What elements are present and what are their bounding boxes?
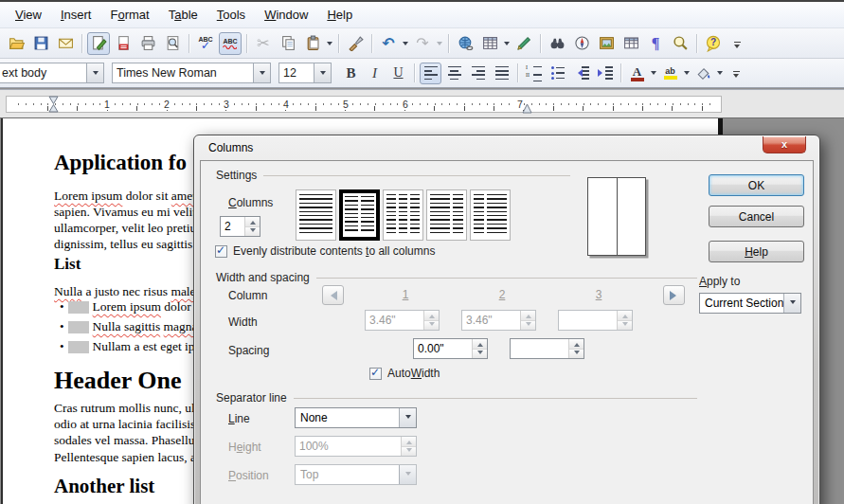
- menu-table[interactable]: Table: [159, 4, 207, 26]
- menu-help[interactable]: Help: [317, 4, 362, 26]
- menu-insert[interactable]: Insert: [51, 4, 101, 26]
- auto-spellcheck-icon[interactable]: ABC: [219, 32, 242, 55]
- show-draw-functions-icon[interactable]: [512, 32, 535, 55]
- ruler-bar: 1234567: [0, 89, 844, 117]
- italic-button[interactable]: I: [364, 63, 386, 84]
- column-preset-two-columns[interactable]: [339, 189, 380, 241]
- apply-to-dropdown-arrow[interactable]: [783, 294, 800, 313]
- justify-button[interactable]: [491, 63, 512, 84]
- undo-icon[interactable]: ↶: [377, 32, 400, 55]
- align-center-button[interactable]: [443, 63, 465, 84]
- indent-marker-left[interactable]: [48, 96, 59, 116]
- export-pdf-icon[interactable]: [112, 32, 135, 55]
- doc-bullet-item: •Lorem ipsum dolor sit a: [60, 299, 215, 315]
- underline-button[interactable]: U: [387, 63, 409, 84]
- font-color-dropdown-arrow[interactable]: [649, 62, 658, 84]
- spacing-spin-up[interactable]: [473, 339, 487, 349]
- menu-window[interactable]: Window: [255, 4, 317, 26]
- spacing-spinner-2[interactable]: [510, 338, 584, 359]
- cancel-button[interactable]: Cancel: [709, 206, 804, 227]
- help-icon[interactable]: ?: [702, 32, 725, 55]
- insert-table-dropdown-arrow[interactable]: [502, 32, 512, 55]
- bullet-glyph: •: [60, 339, 64, 354]
- apply-to-dropdown[interactable]: Current Section: [699, 293, 801, 314]
- column-preset-one-column[interactable]: [296, 189, 336, 241]
- gallery-icon[interactable]: [595, 32, 618, 55]
- menu-tools[interactable]: Tools: [207, 4, 255, 26]
- toolbar-separator: [246, 34, 247, 53]
- edit-file-icon[interactable]: [87, 32, 110, 55]
- font-color-button[interactable]: A: [626, 63, 648, 84]
- print-icon[interactable]: [136, 32, 159, 55]
- bullet-list-button[interactable]: [547, 63, 568, 84]
- columns-label: Columns: [228, 196, 273, 209]
- size-combo-arrow[interactable]: [314, 63, 331, 82]
- menu-bar: View Insert Format Table Tools Window He…: [0, 2, 844, 28]
- hyperlink-icon[interactable]: [454, 32, 476, 55]
- autowidth-checkbox-row[interactable]: ✓ AutoWidth: [369, 367, 440, 380]
- column-next-button[interactable]: [663, 285, 685, 305]
- insert-table-icon[interactable]: [478, 32, 501, 55]
- zoom-icon[interactable]: [669, 32, 691, 55]
- navigator-icon[interactable]: [570, 32, 593, 55]
- increase-indent-button[interactable]: [594, 63, 616, 84]
- numbered-list-button[interactable]: III: [523, 63, 545, 84]
- toolbar-overflow-button[interactable]: [730, 62, 742, 84]
- formatting-toolbar: ext body Times New Roman 12 B I U III A …: [0, 59, 844, 88]
- columns-spinner[interactable]: 2: [220, 216, 260, 237]
- column-preset-two-columns-right-wide[interactable]: [470, 189, 511, 241]
- distribute-checkbox[interactable]: ✓: [215, 245, 227, 258]
- background-color-button[interactable]: [692, 63, 714, 84]
- find-replace-icon[interactable]: [546, 32, 568, 55]
- column-number-2: 2: [490, 288, 514, 301]
- highlighting-dropdown-arrow[interactable]: [682, 62, 691, 84]
- apply-to-label: Apply to: [699, 275, 740, 288]
- bold-button[interactable]: B: [340, 63, 362, 84]
- horizontal-ruler[interactable]: 1234567: [6, 96, 722, 113]
- column-preset-three-columns[interactable]: [383, 189, 423, 241]
- open-icon[interactable]: [5, 32, 27, 55]
- data-sources-icon[interactable]: [620, 32, 642, 55]
- font-combo-arrow[interactable]: [253, 63, 270, 82]
- font-name-combo[interactable]: Times New Roman: [112, 63, 271, 83]
- help-button[interactable]: Help: [709, 241, 804, 262]
- autowidth-checkbox[interactable]: ✓: [369, 368, 382, 380]
- page-preview-icon[interactable]: [161, 32, 184, 55]
- paragraph-style-combo[interactable]: ext body: [0, 63, 104, 83]
- column-presets: [296, 189, 511, 241]
- paste-icon[interactable]: [301, 32, 324, 55]
- columns-spin-down[interactable]: [245, 226, 260, 237]
- dialog-titlebar[interactable]: Columns x: [194, 135, 819, 160]
- distribute-checkbox-row[interactable]: ✓ Evenly distribute contents to all colu…: [215, 244, 435, 258]
- distribute-label: Evenly distribute contents to all column…: [233, 244, 435, 258]
- toolbar-overflow-button[interactable]: [731, 32, 743, 55]
- spacing-spin-down[interactable]: [473, 349, 487, 359]
- background-color-dropdown-arrow[interactable]: [715, 62, 725, 84]
- email-icon[interactable]: [54, 32, 77, 55]
- column-preset-two-columns-left-wide[interactable]: [426, 189, 467, 241]
- formatting-marks-icon[interactable]: ¶: [644, 32, 667, 55]
- save-icon[interactable]: [29, 32, 52, 55]
- spellcheck-icon[interactable]: ABC✓: [194, 32, 217, 55]
- spacing-spinner-1[interactable]: 0.00": [413, 338, 488, 359]
- columns-spin-up[interactable]: [245, 217, 260, 226]
- close-button[interactable]: x: [763, 136, 806, 153]
- copy-icon[interactable]: [277, 32, 299, 55]
- align-right-button[interactable]: [467, 63, 489, 84]
- align-left-button[interactable]: [420, 63, 441, 84]
- indent-marker-right[interactable]: [522, 103, 532, 117]
- font-size-combo[interactable]: 12: [278, 63, 332, 83]
- paste-dropdown-arrow[interactable]: [325, 32, 334, 55]
- field-shading-box: [68, 341, 89, 353]
- line-dropdown-arrow[interactable]: [399, 408, 416, 427]
- ok-button[interactable]: OK: [709, 174, 804, 196]
- width-spacing-group-header: Width and spacing: [216, 271, 697, 284]
- highlighting-button[interactable]: ab: [659, 63, 681, 84]
- decrease-indent-button[interactable]: [570, 63, 592, 84]
- undo-dropdown-arrow[interactable]: [401, 32, 410, 55]
- clone-formatting-icon[interactable]: [344, 32, 367, 55]
- menu-view[interactable]: View: [6, 4, 51, 26]
- line-dropdown[interactable]: None: [295, 407, 417, 428]
- menu-format[interactable]: Format: [100, 4, 158, 26]
- style-combo-arrow[interactable]: [86, 63, 103, 82]
